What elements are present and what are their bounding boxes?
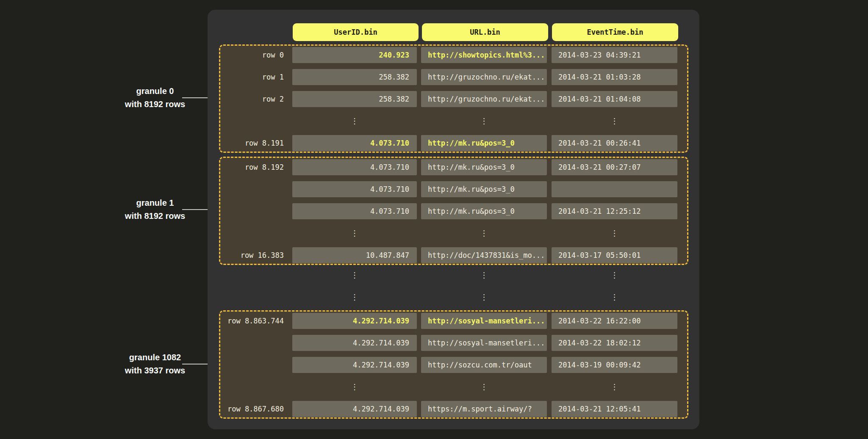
eventtime-cell: 2014-03-21 12:05:41: [552, 401, 677, 417]
url-cell: http://sozcu.com.tr/oaut: [421, 357, 547, 373]
url-cell: http://doc/1437831&is_mo...: [421, 247, 547, 263]
url-cell: http://gruzochno.ru/ekat...: [421, 69, 547, 85]
vertical-ellipsis: ⋮: [292, 225, 417, 241]
column-header-userid: UserID.bin: [293, 23, 419, 41]
table-row: row 16.38310.487.847http://doc/1437831&i…: [220, 247, 687, 263]
table-row: row 1258.382http://gruzochno.ru/ekat...2…: [220, 69, 687, 85]
vertical-ellipsis: ⋮: [552, 113, 677, 129]
userid-cell: 4.073.710: [292, 135, 417, 151]
row-label: [220, 335, 284, 351]
vertical-ellipsis: ⋮: [292, 379, 417, 395]
userid-cell: 10.487.847: [292, 247, 417, 263]
eventtime-cell: 2014-03-21 00:26:41: [552, 135, 677, 151]
vertical-ellipsis: ⋮: [421, 225, 547, 241]
column-header-url: URL.bin: [422, 23, 548, 41]
userid-cell: 240.923: [292, 47, 417, 63]
eventtime-cell: 2014-03-22 16:22:00: [552, 313, 677, 329]
granule-name: granule 0: [106, 85, 204, 98]
arrow-line: [182, 209, 211, 210]
vertical-ellipsis: ⋮: [292, 289, 417, 305]
url-cell: http://mk.ru&pos=3_0: [421, 181, 547, 197]
vertical-ellipsis: ⋮: [552, 379, 677, 395]
userid-cell: 4.073.710: [292, 203, 417, 219]
row-label: row 2: [220, 91, 284, 107]
granule-box-0: row 0240.923http://showtopics.html%3...2…: [219, 44, 688, 153]
table-row: 4.073.710http://mk.ru&pos=3_0: [220, 181, 687, 197]
eventtime-cell: 2014-03-21 01:04:08: [552, 91, 677, 107]
userid-cell: 4.292.714.039: [292, 357, 417, 373]
vertical-ellipsis: ⋮: [421, 113, 547, 129]
table-row: row 2258.382http://gruzochno.ru/ekat...2…: [220, 91, 687, 107]
eventtime-cell: 2014-03-21 12:25:12: [552, 203, 677, 219]
ellipsis-row: ⋮⋮⋮: [220, 289, 690, 305]
row-label: [220, 357, 284, 373]
eventtime-cell: 2014-03-17 05:50:01: [552, 247, 677, 263]
granule-box-1082: row 8.863.7444.292.714.039http://sosyal-…: [219, 310, 688, 419]
table-row: row 8.1914.073.710http://mk.ru&pos=3_020…: [220, 135, 687, 151]
table-row: 4.292.714.039http://sosyal-mansetleri...…: [220, 335, 687, 351]
row-label: row 8.863.744: [220, 313, 284, 329]
url-cell: http://mk.ru&pos=3_0: [421, 135, 547, 151]
url-cell: https://m.sport.airway/?: [421, 401, 547, 417]
url-cell: http://gruzochno.ru/ekat...: [421, 91, 547, 107]
vertical-ellipsis: ⋮: [552, 267, 677, 283]
table-row: row 0240.923http://showtopics.html%3...2…: [220, 47, 687, 63]
granule-row-count: with 3937 rows: [106, 364, 204, 377]
row-label: [220, 181, 284, 197]
vertical-ellipsis: ⋮: [421, 289, 547, 305]
row-label: [220, 203, 284, 219]
row-label: row 8.192: [220, 159, 284, 175]
row-label: row 8.867.680: [220, 401, 284, 417]
url-cell: http://sosyal-mansetleri...: [421, 335, 547, 351]
url-cell: http://mk.ru&pos=3_0: [421, 203, 547, 219]
table-row: row 8.1924.073.710http://mk.ru&pos=3_020…: [220, 159, 687, 175]
row-label: row 0: [220, 47, 284, 63]
url-cell: http://sosyal-mansetleri...: [421, 313, 547, 329]
eventtime-cell: [552, 181, 677, 197]
ellipsis-row: ⋮⋮⋮: [220, 225, 687, 241]
eventtime-cell: 2014-03-19 00:09:42: [552, 357, 677, 373]
granule-row-count: with 8192 rows: [106, 98, 204, 111]
vertical-ellipsis: ⋮: [292, 267, 417, 283]
eventtime-cell: 2014-03-23 04:39:21: [552, 47, 677, 63]
eventtime-cell: 2014-03-21 00:27:07: [552, 159, 677, 175]
arrow-line: [182, 97, 211, 98]
userid-cell: 4.292.714.039: [292, 401, 417, 417]
userid-cell: 258.382: [292, 69, 417, 85]
table-row: row 8.867.6804.292.714.039https://m.spor…: [220, 401, 687, 417]
userid-cell: 4.073.710: [292, 159, 417, 175]
vertical-ellipsis: ⋮: [552, 225, 677, 241]
row-label: row 16.383: [220, 247, 284, 263]
column-header-eventtime: EventTime.bin: [552, 23, 678, 41]
eventtime-cell: 2014-03-22 18:02:12: [552, 335, 677, 351]
granule-name: granule 1082: [106, 351, 204, 364]
vertical-ellipsis: ⋮: [552, 289, 677, 305]
ellipsis-row: ⋮⋮⋮: [220, 113, 687, 129]
page-background: { "headers": ["UserID.bin", "URL.bin", "…: [0, 0, 868, 439]
arrow-line: [182, 364, 211, 364]
table-row: 4.292.714.039http://sozcu.com.tr/oaut201…: [220, 357, 687, 373]
userid-cell: 4.292.714.039: [292, 335, 417, 351]
vertical-ellipsis: ⋮: [421, 267, 547, 283]
eventtime-cell: 2014-03-21 01:03:28: [552, 69, 677, 85]
ellipsis-row: ⋮⋮⋮: [220, 267, 690, 283]
diagram-panel: UserID.bin URL.bin EventTime.bin row 024…: [208, 10, 699, 429]
table-row: row 8.863.7444.292.714.039http://sosyal-…: [220, 313, 687, 329]
userid-cell: 258.382: [292, 91, 417, 107]
granule-name: granule 1: [106, 196, 204, 210]
granule-box-1: row 8.1924.073.710http://mk.ru&pos=3_020…: [219, 157, 688, 265]
ellipsis-row: ⋮⋮⋮: [220, 379, 687, 395]
table-row: 4.073.710http://mk.ru&pos=3_02014-03-21 …: [220, 203, 687, 219]
row-label: row 1: [220, 69, 284, 85]
granule-row-count: with 8192 rows: [106, 210, 204, 223]
url-cell: http://showtopics.html%3...: [421, 47, 547, 63]
row-label: row 8.191: [220, 135, 284, 151]
vertical-ellipsis: ⋮: [292, 113, 417, 129]
vertical-ellipsis: ⋮: [421, 379, 547, 395]
url-cell: http://mk.ru&pos=3_0: [421, 159, 547, 175]
userid-cell: 4.073.710: [292, 181, 417, 197]
userid-cell: 4.292.714.039: [292, 313, 417, 329]
